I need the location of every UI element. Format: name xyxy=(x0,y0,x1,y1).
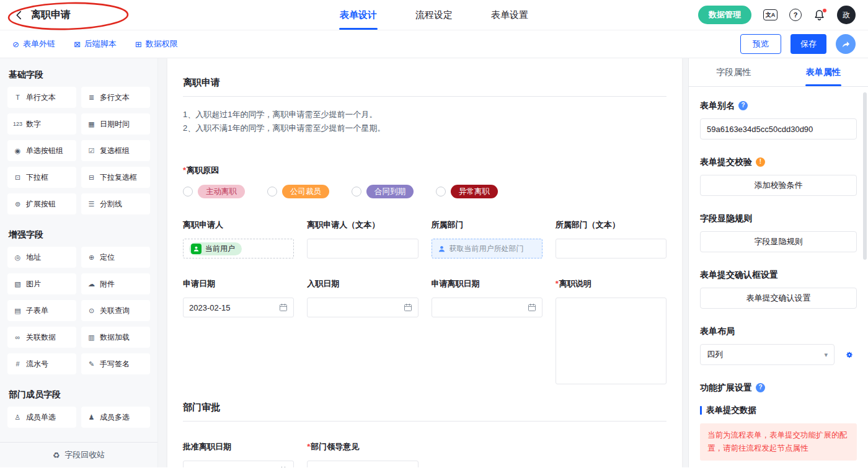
radio-option-contract-end[interactable]: 合同到期 xyxy=(352,185,414,198)
divider-icon: ☰ xyxy=(87,200,96,208)
chevron-down-icon: ▾ xyxy=(824,351,828,359)
notification-bell-icon[interactable] xyxy=(813,9,825,21)
panel-scrollbar[interactable] xyxy=(863,92,867,260)
leader-opinion-textarea[interactable] xyxy=(307,461,418,467)
form-toolbar: ⊘ 表单外链 ⊠ 后端脚本 ⊞ 数据权限 预览 保存 xyxy=(0,30,868,58)
radio-option-voluntary[interactable]: 主动离职 xyxy=(183,185,245,198)
field-type-member-multi[interactable]: ♟成员多选 xyxy=(81,407,150,428)
applicant-text-input[interactable] xyxy=(307,239,418,258)
radio-icon[interactable] xyxy=(436,187,446,196)
form-alias-input[interactable] xyxy=(700,118,857,139)
field-type-signature[interactable]: ✎手写签名 xyxy=(81,353,150,374)
extension-settings-group: 功能扩展设置 ? 表单提交数据 当前为流程表单，表单提交功能扩展的配置，请前往流… xyxy=(700,381,857,467)
field-label-resign-reason: *离职原因 xyxy=(183,165,666,176)
tab-flow-setting[interactable]: 流程设定 xyxy=(415,0,453,30)
image-icon: ▧ xyxy=(13,280,22,288)
field-applicant: 离职申请人 当前用户 xyxy=(183,219,294,258)
field-type-datetime[interactable]: ▦日期时间 xyxy=(81,113,150,135)
field-type-serial-number[interactable]: #流水号 xyxy=(7,353,76,374)
page-title: 离职申请 xyxy=(31,9,71,22)
extension-help-icon[interactable]: ? xyxy=(756,383,765,392)
apply-date-input[interactable]: 2023-02-15 xyxy=(183,298,294,317)
multi-line-text-icon: ≣ xyxy=(87,94,96,102)
field-type-subform[interactable]: ▤子表单 xyxy=(7,300,76,321)
submit-confirm-button[interactable]: 表单提交确认设置 xyxy=(700,288,857,309)
resign-note-textarea[interactable] xyxy=(556,298,666,384)
backend-script-link[interactable]: ⊠ 后端脚本 xyxy=(74,38,117,50)
language-icon[interactable]: 文A xyxy=(763,9,777,20)
field-type-extend-button[interactable]: ⊜扩展按钮 xyxy=(7,193,76,214)
add-validation-button[interactable]: 添加校验条件 xyxy=(700,175,857,196)
required-mark: * xyxy=(307,442,310,451)
form-description: 1、入职超过1年的同学，离职申请需至少提前一个月。 2、入职不满1年的同学，离职… xyxy=(183,108,666,135)
signature-icon: ✎ xyxy=(87,360,96,368)
radio-icon[interactable] xyxy=(183,187,193,196)
resign-date-input[interactable] xyxy=(432,298,542,317)
form-row-2: 申请日期 2023-02-15 入职日期 申请离职日期 xyxy=(183,278,666,384)
option-pill: 异常离职 xyxy=(451,185,498,198)
layout-row: 四列 ▾ xyxy=(700,344,857,365)
data-manage-button[interactable]: 数据管理 xyxy=(698,6,751,24)
share-button[interactable] xyxy=(836,34,856,54)
radio-option-abnormal[interactable]: 异常离职 xyxy=(436,185,498,198)
notification-dot xyxy=(823,9,826,12)
hire-date-input[interactable] xyxy=(307,298,418,317)
help-icon[interactable]: ? xyxy=(789,9,802,21)
validation-warning-icon[interactable]: ! xyxy=(756,157,765,167)
field-type-address[interactable]: ◎地址 xyxy=(7,247,76,268)
radio-icon[interactable] xyxy=(267,187,277,196)
field-type-select[interactable]: ⊡下拉框 xyxy=(7,167,76,188)
field-leader-opinion: *部门领导意见 xyxy=(307,441,418,467)
field-type-linked-query[interactable]: ⊙关联查询 xyxy=(81,300,150,321)
field-type-member-single[interactable]: ♙成员单选 xyxy=(7,407,76,428)
avatar[interactable]: 政 xyxy=(837,6,856,24)
current-user-tag: 当前用户 xyxy=(189,242,242,255)
field-recycle-bin[interactable]: ♻ 字段回收站 xyxy=(0,442,157,467)
field-type-checkbox-group[interactable]: ☑复选框组 xyxy=(81,140,150,161)
radio-option-layoff[interactable]: 公司裁员 xyxy=(267,185,329,198)
field-type-multi-line-text[interactable]: ≣多行文本 xyxy=(81,87,150,108)
attachment-icon: ☁ xyxy=(87,280,96,288)
preview-button[interactable]: 预览 xyxy=(740,34,781,54)
app-header: 离职申请 表单设计 流程设定 表单设置 数据管理 文A ? 政 xyxy=(0,0,868,30)
data-load-icon: ▥ xyxy=(87,333,96,342)
department-text-input[interactable] xyxy=(556,239,666,258)
field-type-data-load[interactable]: ▥数据加载 xyxy=(81,327,150,348)
department-input[interactable]: 获取当前用户所处部门 xyxy=(432,239,542,258)
field-type-single-line-text[interactable]: T单行文本 xyxy=(7,87,76,108)
form-row-1: 离职申请人 当前用户 离职申请人（文本） 所属部 xyxy=(183,219,666,258)
field-type-number[interactable]: 123数字 xyxy=(7,113,76,135)
layout-select[interactable]: 四列 ▾ xyxy=(700,344,835,365)
form-external-link[interactable]: ⊘ 表单外链 xyxy=(12,38,55,50)
layout-settings-button[interactable] xyxy=(842,347,857,362)
alias-help-icon[interactable]: ? xyxy=(738,101,748,110)
field-type-image[interactable]: ▧图片 xyxy=(7,273,76,294)
tab-form-design[interactable]: 表单设计 xyxy=(340,0,377,30)
enhanced-fields-grid: ◎地址 ⊕定位 ▧图片 ☁附件 ▤子表单 ⊙关联查询 ∞关联数据 ▥数据加载 #… xyxy=(7,247,150,374)
data-permission-link[interactable]: ⊞ 数据权限 xyxy=(135,38,178,50)
serial-number-icon: # xyxy=(13,360,22,368)
radio-icon[interactable] xyxy=(352,187,361,196)
option-pill: 合同到期 xyxy=(366,185,414,198)
field-type-radio-group[interactable]: ◉单选按钮组 xyxy=(7,140,76,161)
save-button[interactable]: 保存 xyxy=(790,34,826,54)
form-layout-group: 表单布局 四列 ▾ xyxy=(700,325,857,365)
field-visibility-button[interactable]: 字段显隐规则 xyxy=(700,231,857,252)
applicant-input[interactable]: 当前用户 xyxy=(183,239,294,258)
section-title-dept-approval: 部门审批 xyxy=(183,402,666,422)
field-type-divider[interactable]: ☰分割线 xyxy=(81,193,150,214)
linked-query-icon: ⊙ xyxy=(87,307,96,315)
field-type-location[interactable]: ⊕定位 xyxy=(81,247,150,268)
field-applicant-text: 离职申请人（文本） xyxy=(307,219,418,258)
field-type-linked-data[interactable]: ∞关联数据 xyxy=(7,327,76,348)
linked-data-icon: ∞ xyxy=(13,333,22,341)
script-icon: ⊠ xyxy=(74,40,81,49)
data-permission-label: 数据权限 xyxy=(146,38,178,50)
tab-field-properties[interactable]: 字段属性 xyxy=(689,58,779,86)
tab-form-properties[interactable]: 表单属性 xyxy=(779,58,868,86)
tab-form-setting[interactable]: 表单设置 xyxy=(491,0,528,30)
approve-date-input[interactable] xyxy=(183,461,294,467)
field-type-multi-select[interactable]: ⊟下拉复选框 xyxy=(81,167,150,188)
field-type-attachment[interactable]: ☁附件 xyxy=(81,273,150,294)
back-icon[interactable] xyxy=(12,9,25,21)
